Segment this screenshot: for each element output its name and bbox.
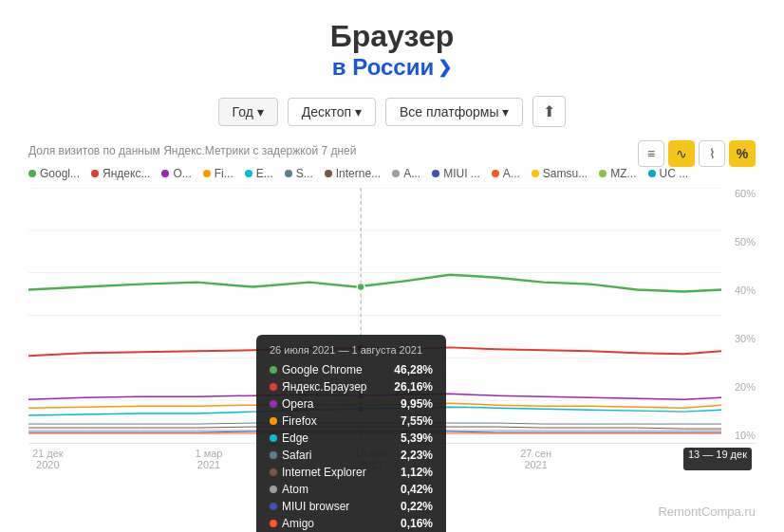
tooltip-dot	[270, 434, 277, 442]
platform-button[interactable]: Все платформы ▾	[385, 98, 523, 126]
area-chart-icon[interactable]: ⌇	[699, 140, 725, 167]
svg-point-7	[357, 284, 364, 291]
legend-item[interactable]: E...	[245, 167, 273, 180]
chart-controls: ≡ ∿ ⌇ %	[638, 140, 756, 167]
tooltip-label: Atom	[270, 483, 308, 496]
tooltip-rows: Google Chrome 46,28% Яндекс.Браузер 26,1…	[270, 363, 433, 532]
x-axis-label: 1 мар 2021	[196, 448, 223, 470]
legend-label: A...	[503, 167, 520, 180]
y-axis: 60% 50% 40% 30% 20% 10%	[735, 188, 756, 443]
tooltip-browser-value: 7,55%	[401, 414, 433, 428]
tooltip-row: Google Chrome 46,28%	[270, 363, 433, 376]
legend-dot	[245, 170, 252, 177]
tooltip-browser-value: 46,28%	[394, 363, 433, 376]
tooltip-dot	[270, 468, 277, 476]
tooltip-browser-name: Amigo	[282, 517, 314, 530]
legend-dot	[432, 170, 439, 177]
tooltip-row: Opera 9,95%	[270, 397, 433, 411]
filter-icon[interactable]: ≡	[638, 140, 664, 167]
tooltip-label: Яндекс.Браузер	[270, 380, 367, 394]
legend-dot	[91, 170, 99, 177]
x-axis-label: 13 — 19 дек	[683, 448, 752, 470]
percent-icon[interactable]: %	[729, 140, 756, 167]
legend-item[interactable]: MZ...	[599, 167, 636, 180]
tooltip-dot	[270, 520, 277, 527]
legend-label: Googl...	[40, 167, 80, 180]
tooltip-row: Amigo 0,16%	[270, 517, 433, 530]
legend-label: E...	[256, 167, 273, 180]
tooltip-dot	[270, 383, 277, 391]
page-container: Браузер в России ❯ Год ▾ Десктоп ▾ Все п…	[0, 0, 784, 532]
legend-item[interactable]: Fi...	[203, 167, 233, 180]
legend-item[interactable]: A...	[492, 167, 520, 180]
tooltip-label: Amigo	[270, 517, 314, 530]
tooltip-row: Яндекс.Браузер 26,16%	[270, 380, 433, 394]
x-axis-label: 27 сен 2021	[520, 448, 551, 470]
legend-item[interactable]: S...	[285, 167, 313, 180]
period-button[interactable]: Год ▾	[218, 98, 278, 126]
upload-button[interactable]: ⬆	[532, 96, 566, 127]
legend-item[interactable]: О...	[161, 167, 191, 180]
legend-dot	[325, 170, 332, 177]
legend-dot	[532, 170, 539, 177]
legend-dot	[648, 170, 656, 177]
tooltip-browser-name: Firefox	[282, 414, 317, 428]
legend-dot	[285, 170, 292, 177]
region-selector[interactable]: в России ❯	[332, 54, 452, 81]
page-title: Браузер	[28, 19, 756, 54]
legend-item[interactable]: Яндекс...	[91, 167, 150, 180]
legend-item[interactable]: MIUI ...	[432, 167, 480, 180]
tooltip-row: Internet Explorer 1,12%	[270, 466, 433, 479]
tooltip-browser-value: 0,22%	[401, 500, 433, 513]
tooltip-dot	[270, 400, 277, 408]
tooltip-browser-value: 26,16%	[394, 380, 433, 394]
line-chart-icon[interactable]: ∿	[668, 140, 695, 167]
legend-label: А...	[403, 167, 420, 180]
legend-label: О...	[173, 167, 191, 180]
platform-chevron-icon: ▾	[502, 104, 509, 119]
legend-item[interactable]: Interne...	[325, 167, 381, 180]
chevron-down-icon: ❯	[438, 57, 452, 78]
tooltip-browser-value: 0,42%	[401, 483, 433, 496]
tooltip-dot	[270, 503, 277, 510]
device-chevron-icon: ▾	[355, 104, 362, 119]
legend-label: UC ...	[660, 167, 689, 180]
tooltip-label: Firefox	[270, 414, 317, 428]
tooltip-date: 26 июля 2021 — 1 августа 2021	[270, 344, 433, 356]
tooltip-browser-value: 0,16%	[401, 517, 433, 530]
legend-dot	[161, 170, 169, 177]
tooltip-row: Edge 5,39%	[270, 431, 433, 445]
upload-icon: ⬆	[543, 103, 555, 119]
legend-label: MZ...	[610, 167, 636, 180]
watermark: RemontCompa.ru	[658, 504, 756, 519]
tooltip-browser-name: Яндекс.Браузер	[282, 380, 367, 394]
legend-label: Samsu...	[543, 167, 588, 180]
legend-label: Яндекс...	[103, 167, 150, 180]
chart-legend: Googl...Яндекс...О...Fi...E...S...Intern…	[28, 167, 756, 180]
tooltip-browser-name: Safari	[282, 449, 311, 462]
tooltip-browser-value: 9,95%	[401, 397, 433, 411]
region-label: в России	[332, 54, 434, 81]
tooltip-browser-name: Opera	[282, 397, 313, 411]
legend-item[interactable]: Googl...	[28, 167, 80, 180]
tooltip-browser-name: MIUI browser	[282, 500, 349, 513]
legend-item[interactable]: UC ...	[648, 167, 689, 180]
legend-label: Interne...	[336, 167, 381, 180]
tooltip-row: Safari 2,23%	[270, 449, 433, 462]
device-button[interactable]: Десктоп ▾	[288, 98, 376, 126]
legend-item[interactable]: Samsu...	[532, 167, 588, 180]
tooltip-browser-name: Edge	[282, 431, 308, 445]
tooltip-browser-name: Internet Explorer	[282, 466, 366, 479]
tooltip-browser-value: 1,12%	[401, 466, 433, 479]
legend-dot	[392, 170, 400, 177]
legend-label: Fi...	[215, 167, 233, 180]
tooltip-row: Atom 0,42%	[270, 483, 433, 496]
tooltip-label: Opera	[270, 397, 313, 411]
legend-dot	[492, 170, 499, 177]
tooltip-browser-value: 2,23%	[401, 449, 433, 462]
tooltip-dot	[270, 486, 277, 493]
legend-item[interactable]: А...	[392, 167, 420, 180]
device-label: Десктоп	[302, 104, 351, 119]
tooltip-row: MIUI browser 0,22%	[270, 500, 433, 513]
tooltip-label: Safari	[270, 449, 311, 462]
